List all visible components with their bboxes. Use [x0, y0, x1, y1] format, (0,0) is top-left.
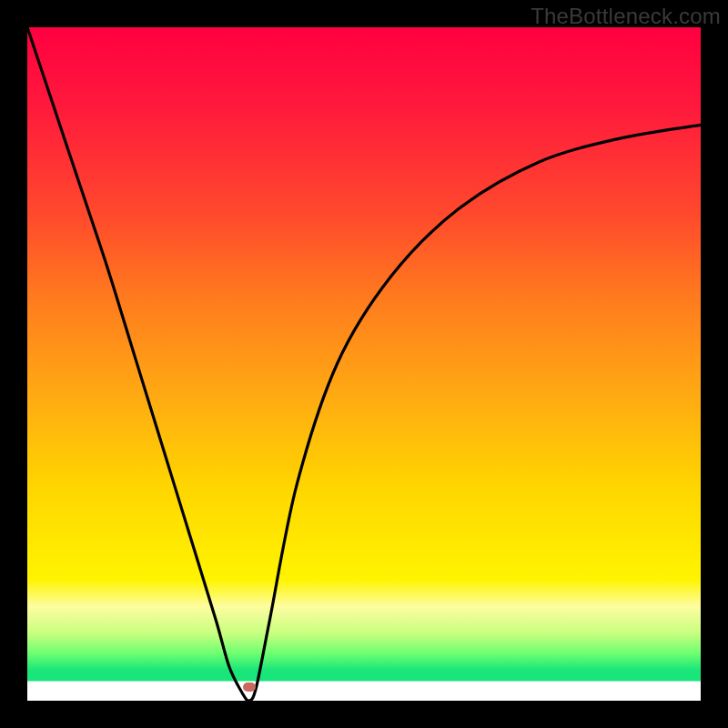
bottleneck-curve-line: [27, 27, 701, 701]
chart-curve-svg: [27, 27, 701, 701]
watermark-text: TheBottleneck.com: [531, 4, 721, 29]
chart-marker-dot: [243, 682, 256, 692]
chart-plot-area: [27, 27, 701, 701]
